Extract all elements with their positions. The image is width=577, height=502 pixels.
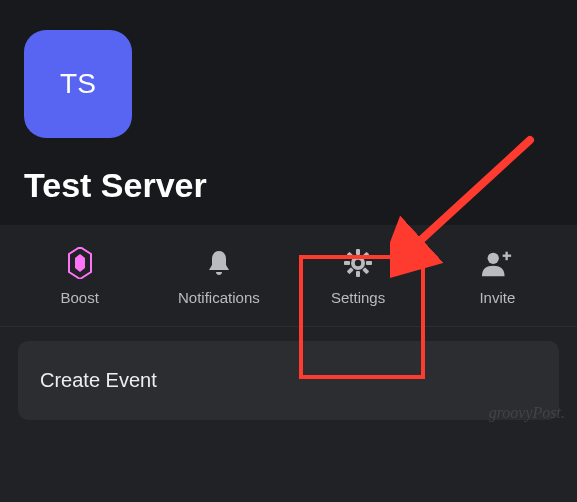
- svg-rect-3: [356, 271, 360, 277]
- create-event-label: Create Event: [40, 369, 537, 392]
- invite-label: Invite: [479, 289, 515, 306]
- bell-icon: [203, 247, 235, 279]
- invite-button[interactable]: Invite: [428, 247, 567, 306]
- settings-label: Settings: [331, 289, 385, 306]
- gear-icon: [342, 247, 374, 279]
- svg-rect-4: [344, 261, 350, 265]
- settings-button[interactable]: Settings: [289, 247, 428, 306]
- svg-marker-1: [75, 254, 85, 272]
- watermark: groovyPost.: [489, 404, 565, 422]
- server-header: TS Test Server: [0, 0, 577, 225]
- notifications-label: Notifications: [178, 289, 260, 306]
- svg-point-12: [488, 253, 499, 264]
- svg-rect-9: [362, 267, 369, 274]
- svg-point-11: [355, 260, 361, 266]
- create-event-card[interactable]: Create Event: [18, 341, 559, 420]
- svg-rect-7: [347, 267, 354, 274]
- boost-label: Boost: [60, 289, 98, 306]
- action-row: Boost Notifications: [0, 225, 577, 327]
- server-icon[interactable]: TS: [24, 30, 132, 138]
- svg-rect-6: [362, 252, 369, 259]
- boost-button[interactable]: Boost: [10, 247, 149, 306]
- svg-rect-2: [356, 249, 360, 255]
- svg-rect-14: [503, 255, 511, 257]
- notifications-button[interactable]: Notifications: [149, 247, 288, 306]
- server-initials: TS: [60, 68, 96, 100]
- svg-rect-5: [366, 261, 372, 265]
- svg-rect-8: [347, 252, 354, 259]
- add-user-icon: [481, 247, 513, 279]
- server-title: Test Server: [24, 166, 553, 205]
- boost-icon: [64, 247, 96, 279]
